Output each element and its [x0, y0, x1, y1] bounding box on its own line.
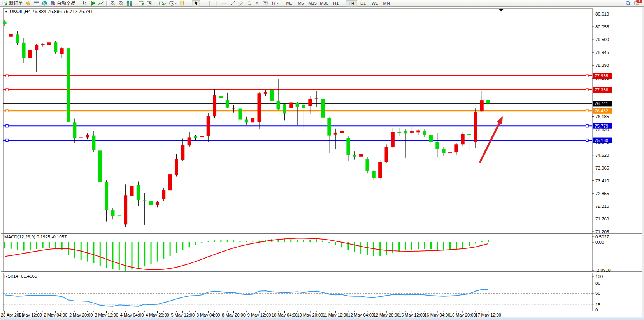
rsi-pane: [3, 283, 592, 306]
line-handle[interactable]: [6, 89, 8, 91]
chevron-down-icon[interactable]: ▾: [185, 2, 187, 5]
text-button[interactable]: A: [253, 0, 261, 7]
axis-tick-label: -2.0918: [595, 268, 611, 273]
diamond-icon: [25, 0, 31, 6]
chart-shift-marker[interactable]: [498, 9, 504, 12]
periods-button[interactable]: ▾: [168, 0, 178, 7]
clock-icon: [169, 0, 175, 6]
line-handle[interactable]: [6, 75, 8, 77]
axis-tick-label: 72.855: [595, 191, 609, 196]
trendline-button[interactable]: [228, 0, 237, 7]
tf-m1-button[interactable]: M1: [283, 0, 295, 7]
crosshair-icon: [201, 0, 207, 6]
candle-body: [353, 155, 356, 157]
trendline-icon: [230, 0, 235, 6]
chart-shift-button[interactable]: [146, 0, 154, 7]
chevron-down-icon[interactable]: ▾: [277, 2, 278, 5]
candle-body: [359, 154, 363, 157]
line-handle[interactable]: [586, 125, 588, 127]
tf-mn-button[interactable]: MN: [381, 0, 392, 7]
candle-body: [480, 100, 484, 111]
channel-button[interactable]: E: [237, 0, 245, 7]
line-chart-button[interactable]: [97, 0, 105, 7]
axis-tick-label: 80.610: [595, 12, 609, 16]
candles-chart-icon: [90, 0, 96, 6]
vertical-line-button[interactable]: [212, 0, 220, 7]
tf-m5-button[interactable]: M5: [295, 0, 307, 7]
candle-body: [238, 109, 242, 120]
zoom-out-button[interactable]: [117, 0, 125, 7]
tf-m15-button[interactable]: M15: [307, 0, 318, 7]
candle-body: [302, 105, 305, 108]
new-order-button[interactable]: 新订单: [1, 0, 24, 7]
price-chart[interactable]: 80.61080.05579.50078.94578.39077.83576.1…: [0, 7, 644, 320]
line-handle[interactable]: [586, 89, 588, 91]
text-icon: A: [254, 0, 260, 6]
chat-button-wrap[interactable]: 1: [633, 0, 640, 6]
line-handle[interactable]: [6, 110, 8, 112]
templates-button[interactable]: ▾: [178, 0, 188, 7]
toolbar-separator: [155, 1, 156, 6]
candle-body: [442, 149, 446, 153]
candle-body: [188, 137, 191, 145]
candle-body: [149, 201, 153, 205]
signal-button[interactable]: [40, 0, 49, 7]
candle-body: [9, 34, 13, 37]
cursor-button[interactable]: [192, 0, 200, 7]
line-handle[interactable]: [6, 139, 8, 142]
main-pane-frame: [3, 8, 592, 233]
tf-w1-button[interactable]: W1: [369, 0, 381, 7]
arrow-shaft[interactable]: [480, 123, 499, 163]
axis-tick-label: 78.945: [595, 50, 609, 55]
line-handle[interactable]: [586, 110, 588, 112]
candle-body: [118, 215, 121, 215]
horizontal-line-objects[interactable]: [3, 75, 592, 141]
annotation-arrow[interactable]: [480, 116, 503, 163]
auto-scroll-button[interactable]: [137, 0, 146, 7]
metaeditor-button[interactable]: [24, 0, 32, 7]
price-badges: 77.93877.33676.74176.43275.77975.160: [593, 73, 612, 143]
chevron-down-icon[interactable]: ▾: [175, 2, 177, 5]
bar-chart-button[interactable]: [81, 0, 89, 7]
vline-icon: [213, 0, 219, 6]
tile-windows-button[interactable]: [125, 0, 133, 7]
chart-window-button[interactable]: [32, 0, 40, 7]
svg-text:F: F: [250, 4, 251, 6]
toolbar-drag-handle[interactable]: [189, 1, 191, 5]
candlestick-chart-button[interactable]: [89, 0, 97, 7]
price-badge-label: 77.938: [595, 73, 608, 78]
candle-body: [73, 122, 76, 138]
new-chart-button[interactable]: ▾: [158, 0, 168, 7]
axis-tick-label: 0.00: [595, 240, 604, 245]
horizontal-line-button[interactable]: [220, 0, 228, 7]
line-handle[interactable]: [586, 75, 588, 77]
arrows-icon: [270, 0, 276, 6]
line-handle[interactable]: [586, 139, 588, 142]
candle-body: [168, 174, 172, 190]
toolbar-drag-handle[interactable]: [281, 1, 282, 5]
candle-body: [385, 147, 388, 162]
candle-body: [258, 93, 261, 122]
price-axis[interactable]: 80.61080.05579.50078.94578.39077.83576.1…: [592, 12, 611, 312]
axis-tick-label: 15: [595, 303, 600, 307]
label-button[interactable]: T: [261, 0, 269, 7]
tf-m30-button[interactable]: M30: [318, 0, 330, 7]
tf-h4-button[interactable]: H4: [346, 0, 357, 7]
arrows-button[interactable]: ▾: [269, 0, 279, 7]
collapse-triangle-icon[interactable]: ▼: [5, 10, 8, 14]
tf-h1-button[interactable]: H1: [330, 0, 342, 7]
tf-d1-button[interactable]: D1: [357, 0, 369, 7]
price-badge-label: 76.432: [595, 108, 608, 113]
autotrading-button[interactable]: 自动交易: [49, 0, 77, 7]
zoom-in-button[interactable]: [109, 0, 117, 7]
search-button[interactable]: [624, 0, 632, 7]
crosshair-button[interactable]: [200, 0, 208, 7]
chat-button[interactable]: 1: [632, 0, 644, 7]
candle-body: [315, 98, 318, 99]
chevron-down-icon[interactable]: ▾: [165, 2, 167, 5]
fibonacci-button[interactable]: F: [245, 0, 253, 7]
line-handle[interactable]: [6, 125, 8, 127]
axis-tick-label: 71.205: [595, 229, 609, 234]
candle-body: [22, 43, 26, 58]
autotrading-icon: [50, 0, 56, 6]
